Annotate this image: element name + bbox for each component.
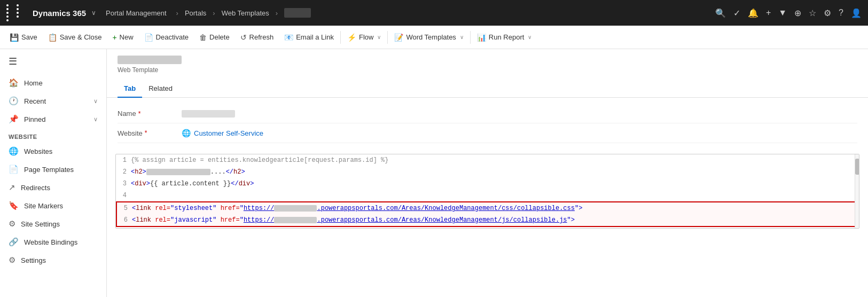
code-line-2: 2 <h2>....</h2> (116, 166, 859, 178)
run-report-button[interactable]: 📊 Run Report ∨ (472, 26, 537, 49)
website-bindings-icon: 🔗 (9, 237, 19, 247)
sidebar-item-websites[interactable]: 🌐 Websites (0, 142, 106, 160)
new-button[interactable]: + New (107, 26, 138, 49)
separator-2 (387, 31, 388, 44)
line-number-2: 2 (116, 167, 131, 177)
star-icon[interactable]: ☆ (809, 8, 816, 18)
refresh-button[interactable]: ↺ Refresh (235, 26, 279, 49)
pinned-icon: 📌 (9, 114, 19, 124)
tabs-bar: Tab Related (107, 76, 868, 98)
sidebar-item-recent[interactable]: 🕐 Recent ∨ (0, 92, 106, 110)
save-close-icon: 📋 (48, 33, 57, 42)
save-icon: 💾 (10, 33, 19, 42)
hamburger-menu[interactable]: ☰ (0, 49, 106, 74)
home-icon: 🏠 (9, 78, 19, 88)
sidebar-item-pinned[interactable]: 📌 Pinned ∨ (0, 110, 106, 128)
sidebar-item-site-settings[interactable]: ⚙ Site Settings (0, 215, 106, 233)
app-grid-icon[interactable] (6, 4, 25, 21)
sidebar-item-website-bindings[interactable]: 🔗 Website Bindings (0, 233, 106, 251)
refresh-icon: ↺ (240, 33, 247, 42)
line-content-3: <div>{{ article.content }}</div> (131, 179, 859, 189)
website-value[interactable]: 🌐 Customer Self-Service (182, 129, 857, 137)
portals-breadcrumb[interactable]: Portals (185, 9, 206, 17)
name-value (182, 110, 857, 118)
scrollbar-track[interactable] (855, 154, 859, 228)
save-close-button[interactable]: 📋 Save & Close (43, 26, 107, 49)
code-line-1: 1 {% assign article = entities.knowledge… (116, 154, 859, 166)
breadcrumb-sep-2: › (213, 9, 215, 17)
run-report-icon: 📊 (477, 33, 486, 42)
breadcrumb-sep-3: › (276, 9, 278, 17)
line-number-3: 3 (116, 179, 131, 189)
code-editor[interactable]: 1 {% assign article = entities.knowledge… (115, 154, 859, 229)
separator-1 (340, 31, 341, 44)
website-required: * (145, 129, 147, 137)
filter-icon[interactable]: ▼ (778, 8, 787, 18)
run-report-chevron: ∨ (528, 34, 531, 40)
deactivate-button[interactable]: 📄 Deactivate (139, 26, 194, 49)
line-number-6: 6 (117, 215, 132, 225)
user-icon[interactable]: 👤 (851, 8, 862, 18)
content-area: Web Template Tab Related Name * Website (107, 49, 868, 297)
delete-button[interactable]: 🗑 Delete (194, 26, 235, 49)
word-templates-chevron: ∨ (460, 34, 464, 40)
pinned-chevron: ∨ (93, 116, 98, 123)
code-line-6: 6 <link rel="javascript" href="https://.… (117, 214, 858, 226)
code-line-5: 5 <link rel="stylesheet" href="https://.… (117, 202, 858, 214)
name-required: * (138, 110, 141, 118)
email-link-button[interactable]: 📧 Email a Link (279, 26, 339, 49)
sidebar-item-redirects[interactable]: ↗ Redirects (0, 178, 106, 197)
plus-icon[interactable]: + (766, 8, 771, 18)
app-title: Dynamics 365 (33, 9, 86, 18)
page-templates-icon: 📄 (9, 165, 19, 174)
web-templates-breadcrumb[interactable]: Web Templates (222, 9, 269, 17)
portal-mgmt-label: Portal Management (106, 9, 166, 17)
line-number-1: 1 (116, 155, 131, 165)
search-icon[interactable]: 🔍 (715, 8, 726, 18)
record-title-area: Web Template (107, 49, 868, 74)
word-templates-icon: 📝 (394, 33, 403, 42)
tab-related[interactable]: Related (142, 80, 179, 98)
checkmark-icon[interactable]: ✓ (733, 8, 740, 18)
circle-plus-icon[interactable]: ⊕ (794, 8, 801, 18)
record-blurred-title (118, 56, 182, 64)
record-subtitle: Web Template (118, 66, 857, 74)
delete-icon: 🗑 (199, 33, 207, 42)
line-number-4: 4 (116, 191, 131, 200)
app-title-chevron[interactable]: ∨ (91, 9, 96, 17)
save-button[interactable]: 💾 Save (4, 26, 43, 49)
recent-chevron: ∨ (93, 98, 98, 105)
word-templates-button[interactable]: 📝 Word Templates ∨ (389, 26, 468, 49)
flow-icon: ⚡ (347, 33, 356, 42)
redirects-icon: ↗ (9, 183, 15, 192)
websites-icon: 🌐 (9, 146, 19, 156)
main-layout: ☰ 🏠 Home 🕐 Recent ∨ 📌 Pinned ∨ Website 🌐… (0, 49, 868, 297)
site-markers-icon: 🔖 (9, 201, 19, 210)
name-field-row: Name * (118, 104, 857, 123)
sidebar-item-settings[interactable]: ⚙ Settings (0, 251, 106, 269)
scrollbar-thumb[interactable] (855, 159, 859, 175)
website-field-row: Website * 🌐 Customer Self-Service (118, 123, 857, 143)
sidebar-item-home[interactable]: 🏠 Home (0, 74, 106, 92)
website-label: Website * (118, 129, 182, 137)
settings-icon[interactable]: ⚙ (824, 8, 831, 18)
flow-button[interactable]: ⚡ Flow ∨ (342, 26, 386, 49)
sidebar-item-page-templates[interactable]: 📄 Page Templates (0, 160, 106, 178)
tab-tab[interactable]: Tab (118, 80, 142, 98)
line-content-1: {% assign article = entities.knowledgear… (131, 155, 859, 165)
code-line-3: 3 <div>{{ article.content }}</div> (116, 178, 859, 190)
help-icon[interactable]: ? (839, 8, 843, 18)
command-bar: 💾 Save 📋 Save & Close + New 📄 Deactivate… (0, 26, 868, 49)
current-breadcrumb (284, 8, 310, 18)
settings-sidebar-icon: ⚙ (9, 255, 15, 265)
recent-icon: 🕐 (9, 96, 19, 106)
code-line-4: 4 (116, 190, 859, 201)
form-section: Name * Website * 🌐 Customer Self-Service (107, 98, 868, 150)
sidebar-item-site-markers[interactable]: 🔖 Site Markers (0, 197, 106, 215)
bell-icon[interactable]: 🔔 (748, 8, 758, 18)
top-nav-icons: 🔍 ✓ 🔔 + ▼ ⊕ ☆ ⚙ ? 👤 (715, 8, 862, 18)
line-number-5: 5 (117, 204, 132, 213)
name-label: Name * (118, 110, 182, 118)
flow-chevron: ∨ (377, 34, 381, 40)
website-section-label: Website (0, 128, 106, 142)
